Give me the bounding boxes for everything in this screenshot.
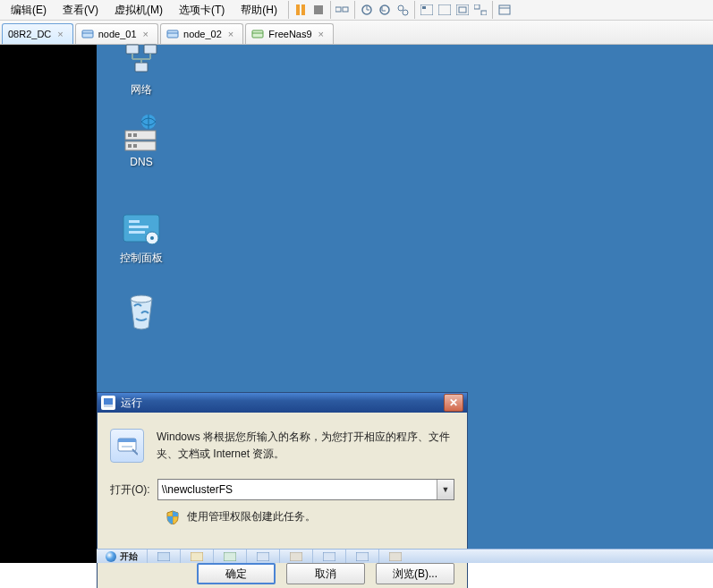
- run-description: Windows 将根据您所输入的名称，为您打开相应的程序、文件夹、文档或 Int…: [157, 429, 454, 463]
- svg-rect-40: [129, 226, 149, 228]
- stop-icon[interactable]: [310, 2, 327, 18]
- separator: [330, 1, 331, 19]
- cancel-button[interactable]: 取消: [286, 563, 365, 584]
- desktop-icon-network[interactable]: 网络: [107, 36, 175, 98]
- start-button[interactable]: 开始: [97, 550, 147, 563]
- send-ctrl-alt-del-icon[interactable]: [335, 2, 351, 18]
- control-panel-icon: [120, 204, 163, 247]
- svg-rect-41: [129, 231, 145, 234]
- svg-rect-18: [82, 30, 93, 38]
- svg-rect-52: [224, 552, 236, 561]
- svg-rect-13: [459, 7, 466, 13]
- guest-desktop[interactable]: 网络 DNS 控制面板 运行 ✕ Windows 将根据您所输入的: [97, 45, 713, 563]
- svg-rect-15: [481, 11, 487, 15]
- open-combobox[interactable]: ▼: [157, 479, 454, 500]
- vm-icon: [251, 29, 264, 39]
- browse-button[interactable]: 浏览(B)...: [376, 563, 454, 584]
- svg-rect-46: [104, 405, 113, 407]
- menu-view[interactable]: 查看(V): [55, 1, 106, 20]
- svg-rect-10: [422, 6, 426, 9]
- admin-text: 使用管理权限创建此任务。: [187, 509, 316, 524]
- guest-taskbar[interactable]: 开始: [97, 549, 713, 563]
- svg-rect-2: [314, 5, 323, 14]
- run-app-icon: [110, 429, 144, 463]
- taskbar-item[interactable]: [378, 550, 412, 563]
- tab-label: 08R2_DC: [8, 29, 51, 39]
- taskbar-item[interactable]: [279, 550, 312, 563]
- desktop-icon-dns[interactable]: DNS: [107, 109, 175, 168]
- start-orb-icon: [106, 551, 116, 562]
- svg-rect-12: [456, 4, 469, 15]
- svg-rect-39: [129, 220, 140, 223]
- svg-rect-24: [126, 45, 139, 54]
- dropdown-button[interactable]: ▼: [437, 480, 454, 499]
- svg-rect-11: [438, 4, 451, 15]
- menu-edit[interactable]: 编辑(E): [4, 1, 54, 20]
- svg-rect-37: [133, 144, 137, 148]
- unity-icon[interactable]: [472, 2, 488, 18]
- guest-black-border: [0, 45, 97, 563]
- run-window-icon: [101, 396, 115, 410]
- open-input[interactable]: [158, 480, 437, 499]
- svg-rect-53: [257, 552, 269, 561]
- manage-snapshots-icon[interactable]: [395, 2, 411, 18]
- taskbar-item[interactable]: [312, 550, 345, 563]
- svg-rect-14: [474, 4, 480, 9]
- svg-rect-51: [191, 552, 203, 561]
- svg-rect-55: [323, 552, 335, 561]
- taskbar-item[interactable]: [345, 550, 378, 563]
- tab-label: node_02: [183, 29, 222, 39]
- menu-tabs[interactable]: 选项卡(T): [172, 1, 232, 20]
- vm-workspace: 网络 DNS 控制面板 运行 ✕ Windows 将根据您所输入的: [0, 45, 713, 563]
- svg-rect-57: [389, 552, 402, 561]
- recycle-bin-icon: [120, 288, 163, 331]
- svg-rect-4: [343, 7, 348, 12]
- single-icon[interactable]: [437, 2, 453, 18]
- svg-point-8: [403, 10, 408, 15]
- close-icon[interactable]: ×: [317, 29, 326, 39]
- svg-rect-26: [135, 63, 148, 72]
- vm-menubar: 编辑(E) 查看(V) 虚拟机(M) 选项卡(T) 帮助(H): [0, 0, 713, 21]
- separator: [288, 1, 289, 19]
- svg-rect-36: [128, 144, 132, 148]
- menu-help[interactable]: 帮助(H): [233, 1, 284, 20]
- desktop-icon-recycle-bin[interactable]: [107, 288, 175, 335]
- desktop-icon-label: 网络: [107, 82, 175, 98]
- fullscreen-icon[interactable]: [454, 2, 471, 18]
- quicklaunch-item[interactable]: [213, 550, 246, 563]
- svg-rect-49: [122, 446, 132, 447]
- close-icon[interactable]: ×: [226, 29, 235, 39]
- dns-icon: [120, 109, 163, 152]
- svg-rect-25: [144, 45, 157, 54]
- tab-08r2-dc[interactable]: 08R2_DC ×: [2, 23, 73, 44]
- svg-rect-22: [252, 30, 263, 38]
- network-icon: [120, 36, 163, 79]
- taskbar-item-run[interactable]: [246, 550, 279, 563]
- desktop-icon-label: DNS: [107, 156, 175, 168]
- svg-rect-33: [128, 133, 132, 137]
- svg-rect-48: [118, 439, 136, 442]
- svg-rect-34: [133, 133, 137, 137]
- menu-vm[interactable]: 虚拟机(M): [107, 1, 170, 20]
- pause-icon[interactable]: [293, 2, 309, 18]
- quicklaunch-item[interactable]: [147, 550, 180, 563]
- library-icon[interactable]: [497, 2, 513, 18]
- tab-freenas9[interactable]: FreeNas9 ×: [245, 23, 334, 44]
- close-icon[interactable]: ×: [55, 29, 64, 39]
- desktop-icon-control-panel[interactable]: 控制面板: [107, 204, 175, 266]
- svg-rect-54: [290, 552, 302, 561]
- ok-button[interactable]: 确定: [197, 563, 276, 584]
- tab-label: FreeNas9: [268, 29, 311, 39]
- svg-rect-56: [356, 552, 369, 561]
- quicklaunch-item[interactable]: [180, 550, 213, 563]
- desktop-icon-label: 控制面板: [107, 251, 175, 266]
- shield-icon: [166, 510, 180, 524]
- close-button[interactable]: ✕: [444, 394, 463, 412]
- run-titlebar[interactable]: 运行 ✕: [98, 393, 467, 413]
- snapshot-icon[interactable]: [359, 2, 375, 18]
- svg-rect-0: [296, 4, 300, 15]
- revert-icon[interactable]: [377, 2, 393, 18]
- open-label: 打开(O):: [110, 482, 150, 498]
- thumbnail-icon[interactable]: [419, 2, 435, 18]
- svg-point-7: [398, 5, 403, 11]
